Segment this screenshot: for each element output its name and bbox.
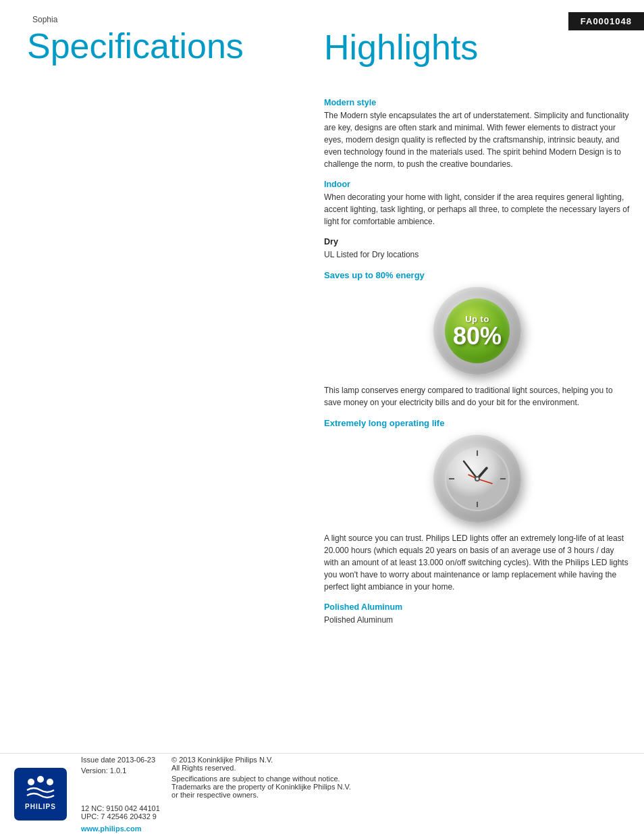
- clock-badge: [433, 435, 521, 523]
- disclaimer-line1: Specifications are subject to change wit…: [171, 775, 630, 783]
- energy-inner: Up to 80%: [445, 298, 510, 363]
- copyright-line2: All Rights reserved.: [171, 764, 630, 772]
- dry-heading: Dry: [324, 237, 630, 246]
- philips-logo: PHILIPS: [14, 767, 68, 821]
- polished-heading: Polished Aluminum: [324, 602, 630, 612]
- highlight-lifespan: Extremely long operating life: [324, 418, 630, 593]
- energy-badge: Up to 80%: [433, 287, 521, 375]
- footer-top-row: Issue date 2013-06-23 Version: 1.0.1 © 2…: [81, 756, 630, 799]
- polished-text: Polished Aluminum: [324, 614, 630, 626]
- footer-info: Issue date 2013-06-23 Version: 1.0.1 © 2…: [81, 756, 630, 833]
- footer-copyright-col: © 2013 Koninklijke Philips N.V. All Righ…: [171, 756, 630, 799]
- lifespan-text: A light source you can trust. Philips LE…: [324, 532, 630, 593]
- footer-website: www.philips.com: [81, 825, 630, 833]
- svg-point-14: [37, 776, 44, 783]
- modern-style-heading: Modern style: [324, 98, 630, 107]
- svg-point-10: [476, 477, 479, 480]
- dry-text: UL Listed for Dry locations: [324, 249, 630, 261]
- energy-percent-label: 80%: [453, 324, 502, 348]
- highlight-modern-style: Modern style The Modern style encapsulat…: [324, 98, 630, 170]
- energy-text: This lamp conserves energy compared to t…: [324, 384, 630, 409]
- left-column: Sophia Specifications: [0, 0, 311, 834]
- product-code: FA0001048: [581, 16, 632, 26]
- nc-label: 12 NC: 9150 042 44101: [81, 804, 630, 812]
- clock-badge-container: [324, 435, 630, 523]
- highlights-content: Modern style The Modern style encapsulat…: [324, 98, 630, 635]
- disclaimer-line3: or their respective owners.: [171, 791, 630, 799]
- page-title: Specifications: [27, 27, 244, 66]
- issue-date-label: Issue date 2013-06-23: [81, 756, 155, 764]
- highlight-dry: Dry UL Listed for Dry locations: [324, 237, 630, 261]
- modern-style-text: The Modern style encapsulates the art of…: [324, 109, 630, 170]
- copyright-line1: © 2013 Koninklijke Philips N.V.: [171, 756, 630, 764]
- energy-badge-container: Up to 80%: [324, 287, 630, 375]
- highlight-polished: Polished Aluminum Polished Aluminum: [324, 602, 630, 626]
- website-label: www.philips.com: [81, 825, 141, 833]
- upc-label: UPC: 7 42546 20432 9: [81, 812, 630, 820]
- indoor-text: When decorating your home with light, co…: [324, 191, 630, 228]
- highlights-title: Highlights: [324, 27, 478, 68]
- product-code-bar: FA0001048: [568, 12, 644, 30]
- disclaimer-line2: Trademarks are the property of Koninklij…: [171, 783, 630, 791]
- svg-text:PHILIPS: PHILIPS: [25, 803, 56, 810]
- footer-nc-row: 12 NC: 9150 042 44101 UPC: 7 42546 20432…: [81, 804, 630, 820]
- brand-label: Sophia: [32, 15, 57, 24]
- indoor-heading: Indoor: [324, 180, 630, 189]
- highlight-energy: Saves up to 80% energy Up to 80% This la…: [324, 270, 630, 409]
- svg-point-15: [47, 779, 53, 785]
- svg-point-13: [28, 779, 34, 785]
- footer-issue-col: Issue date 2013-06-23 Version: 1.0.1: [81, 756, 155, 775]
- page: FA0001048 Sophia Specifications Highligh…: [0, 0, 644, 834]
- version-label: Version: 1.0.1: [81, 766, 155, 775]
- footer: PHILIPS Issue date 2013-06-23 Version: 1…: [0, 753, 644, 834]
- energy-heading: Saves up to 80% energy: [324, 270, 630, 280]
- clock-face: [445, 446, 510, 511]
- lifespan-heading: Extremely long operating life: [324, 418, 630, 428]
- highlight-indoor: Indoor When decorating your home with li…: [324, 180, 630, 228]
